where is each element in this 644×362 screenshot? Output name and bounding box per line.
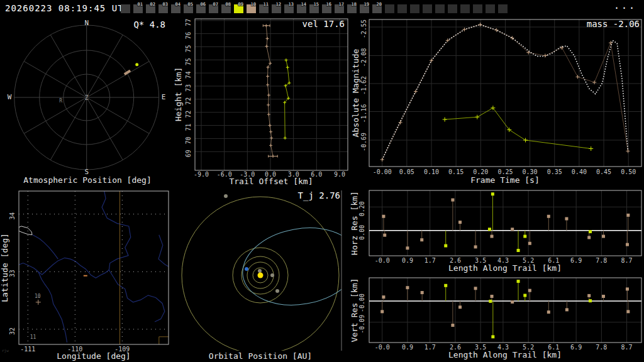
residual-point [517, 249, 520, 252]
residual-point [420, 238, 423, 241]
plus-marker [286, 66, 289, 69]
frame-number: 08 [226, 2, 231, 7]
x-tick: 0.40 [572, 168, 587, 175]
frame-square-09[interactable]: 09 [234, 4, 243, 13]
residual-point [565, 217, 568, 221]
residual-point [489, 300, 492, 303]
residual-point [491, 295, 494, 298]
frame-square-14[interactable]: 14 [297, 4, 306, 13]
plus-marker [399, 121, 402, 124]
y-tick: -0.00 [358, 293, 365, 312]
overflow-menu[interactable]: ... [614, 0, 636, 11]
axis-title-x: Atmospheric Position [deg] [23, 175, 152, 185]
frame-square-x27[interactable] [460, 4, 470, 13]
x-tick: -0.00 [373, 168, 392, 175]
axis-title-x: Length Along Trail [km] [448, 350, 562, 359]
frame-number: 10 [251, 2, 256, 7]
frame-square-x24[interactable] [423, 4, 432, 13]
y-tick: 76 [185, 32, 192, 40]
y-tick: 33 [9, 270, 16, 277]
x-tick: 7.8 [596, 344, 607, 351]
frame-square-x25[interactable] [435, 4, 445, 13]
plus-marker [266, 65, 269, 69]
sun-dot [258, 273, 264, 278]
compass-west: W [8, 93, 12, 101]
panel-trail-offset: 7776757574737272717069-9.0-6.0-3.00.03.0… [174, 19, 348, 186]
frame-square-06[interactable]: 06 [196, 4, 206, 13]
frame-square-x23[interactable] [410, 4, 419, 13]
frame-square-07[interactable]: 07 [209, 4, 218, 13]
frame-square-x0[interactable] [121, 4, 130, 13]
plus-marker [589, 146, 593, 151]
frame-square-11[interactable]: 11 [259, 4, 269, 13]
frame-number: 17 [339, 2, 344, 7]
x-tick: 0.25 [497, 168, 513, 175]
y-tick: -0.69 [360, 133, 367, 151]
frame-square-x21[interactable] [385, 4, 394, 13]
frame-square-03[interactable]: 03 [158, 4, 168, 13]
frame-square-12[interactable]: 12 [272, 4, 281, 13]
x-tick: 9.0 [334, 171, 345, 178]
x-tick: 6.9 [570, 257, 582, 264]
frame-square-01[interactable]: 01 [133, 4, 143, 13]
residual-point [587, 294, 591, 297]
y-tick: -2.55 [360, 19, 367, 38]
axis-title-x: Trail Offset [km] [229, 177, 313, 186]
x-tick: 0.9 [402, 257, 413, 264]
frame-square-x30[interactable] [498, 4, 508, 13]
residual-point [474, 245, 477, 248]
residual-point [421, 291, 424, 294]
plus-marker [462, 28, 466, 31]
residual-point [383, 234, 386, 237]
river [158, 235, 169, 266]
x-tick: 0.30 [523, 168, 538, 175]
plus-marker [543, 53, 547, 57]
frame-square-x29[interactable] [486, 4, 495, 13]
frame-square-17[interactable]: 17 [335, 4, 344, 13]
frame-square-04[interactable]: 04 [171, 4, 180, 13]
y-tick: 69 [185, 150, 192, 157]
frame-square-19[interactable]: 19 [360, 4, 369, 13]
x-tick: -0.0 [375, 257, 390, 264]
residual-point [491, 335, 494, 338]
residual-point [406, 286, 409, 289]
plots-canvas: NSEWZRQ* 4.8Atmospheric Position [deg]77… [0, 0, 644, 362]
axis-title-y: Absolute Magnitude [351, 48, 360, 137]
frame-square-15[interactable]: 15 [309, 4, 319, 13]
meteor-yellow-marker [135, 63, 138, 66]
lc-yellow-line [445, 108, 591, 149]
x-tick: 6.9 [570, 344, 582, 351]
panel-atmospheric-position: NSEWZRQ* 4.8Atmospheric Position [deg] [8, 19, 166, 185]
frame-square-13[interactable]: 13 [284, 4, 294, 13]
residual-point [528, 242, 531, 245]
frame-square-16[interactable]: 16 [322, 4, 331, 13]
planet-dot [270, 273, 274, 277]
frame-square-05[interactable]: 05 [184, 4, 193, 13]
frame-square-x28[interactable] [473, 4, 482, 13]
residual-point [523, 294, 526, 297]
frame-square-20[interactable]: 20 [372, 4, 382, 13]
residual-point [444, 244, 447, 248]
meteoroid-orbit [236, 219, 365, 314]
planet-dot [258, 269, 262, 273]
plus-marker [491, 106, 495, 110]
frame-square-18[interactable]: 18 [347, 4, 357, 13]
panel-ground-map: 1011-111-110-109343332Latitude [deg]Long… [0, 191, 169, 361]
x-tick: 0.35 [547, 168, 562, 175]
frame-square-x26[interactable] [448, 4, 457, 13]
plus-marker [380, 158, 384, 162]
frame-square-08[interactable]: 08 [221, 4, 231, 13]
axis-title-x: Orbital Position [AU] [209, 351, 312, 361]
plus-marker [265, 37, 269, 40]
x-tick: 8.7 [621, 257, 633, 264]
panel-orbital-position: T_j 2.76Orbital Position [AU] [182, 190, 365, 361]
x-tick: 0.10 [424, 168, 439, 175]
frame-square-10[interactable]: 10 [247, 4, 256, 13]
residual-point [589, 230, 592, 233]
residual-point [491, 192, 494, 195]
y-tick: 74 [185, 71, 192, 79]
frame-square-02[interactable]: 02 [146, 4, 155, 13]
river [38, 272, 67, 343]
plus-marker [523, 138, 528, 142]
frame-square-x22[interactable] [397, 4, 407, 13]
